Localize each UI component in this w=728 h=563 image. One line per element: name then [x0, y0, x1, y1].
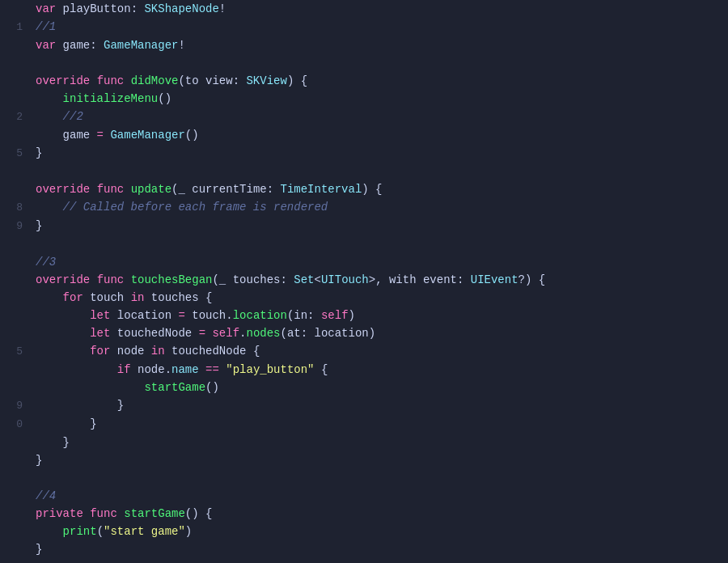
token [36, 129, 63, 142]
code-line: 2 //2 [0, 108, 728, 126]
line-content: // Called before each frame is rendered [36, 198, 728, 216]
token: } [36, 146, 42, 159]
token: = [192, 327, 212, 340]
line-content: //2 [36, 108, 728, 125]
code-line: override func didMove(to view: SKView) { [0, 72, 728, 90]
code-line: game = GameManager() [0, 126, 728, 144]
code-line: //4 [0, 487, 728, 505]
code-line [0, 469, 728, 487]
token: () [158, 92, 171, 105]
token: touch [192, 309, 226, 322]
token: touchedNode [117, 327, 192, 340]
token: in [151, 345, 171, 358]
line-content: override func didMove(to view: SKView) { [36, 72, 728, 90]
token: func [97, 183, 131, 196]
token: game [63, 129, 91, 142]
token: override [36, 273, 97, 286]
token: //3 [36, 256, 56, 269]
token: } [36, 543, 42, 556]
line-content: } [36, 451, 728, 469]
token: = [90, 129, 110, 142]
line-content: initializeMenu() [36, 90, 728, 108]
token: in [131, 291, 151, 304]
token: } [36, 417, 97, 430]
token: //4 [36, 489, 56, 502]
token: : [90, 39, 104, 52]
code-line: override func update(_ currentTime: Time… [0, 180, 728, 198]
line-content: //4 [36, 487, 728, 505]
token: () { [185, 507, 213, 520]
token [36, 525, 63, 538]
token: //2 [63, 110, 83, 123]
token: override [36, 183, 97, 196]
token: SKView [246, 74, 286, 87]
token: (_ currentTime: [171, 183, 280, 196]
token: func [97, 74, 131, 87]
token: . [165, 363, 171, 376]
code-editor: var playButton: SKShapeNode!1//1var game… [0, 0, 728, 563]
line-content: if node.name == "play_button" { [36, 361, 728, 379]
line-content: } [36, 540, 728, 558]
token: ?) { [518, 273, 546, 286]
token: (at: location) [281, 327, 376, 340]
code-line: override func touchesBegan(_ touches: Se… [0, 271, 728, 289]
token: var [36, 39, 63, 52]
token: for [90, 345, 117, 358]
line-content: } [36, 217, 728, 235]
token: node [138, 363, 165, 376]
code-line: 9} [0, 217, 728, 235]
token: ) [185, 525, 192, 538]
code-line: } [0, 540, 728, 558]
token: GameManager [110, 129, 184, 142]
code-line: } [0, 434, 728, 451]
token [36, 201, 63, 214]
token: Set [294, 273, 314, 286]
line-content: } [36, 415, 728, 433]
token: // Called before each frame is rendered [63, 201, 328, 214]
token: = [171, 309, 192, 322]
token [36, 327, 90, 340]
line-number: 5 [6, 145, 23, 163]
token: >, with event: [369, 273, 471, 286]
code-line: //3 [0, 253, 728, 271]
token: ! [178, 39, 184, 52]
line-content: } [36, 144, 728, 162]
line-content: var game: GameManager! [36, 36, 728, 54]
line-content [36, 54, 728, 72]
token: (in: [287, 309, 321, 322]
token: . [226, 309, 232, 322]
line-content: } [36, 396, 728, 414]
token: nodes [246, 327, 280, 340]
token: GameManager [104, 39, 178, 52]
token: for [63, 291, 91, 304]
line-content: let location = touch.location(in: self) [36, 307, 728, 324]
code-line: private func startGame() { [0, 505, 728, 523]
token: self [212, 327, 239, 340]
line-number: 9 [6, 218, 23, 235]
token: private [36, 507, 90, 520]
token: location [233, 309, 287, 322]
token: == [199, 363, 226, 376]
token [36, 345, 90, 358]
token: touches { [151, 291, 213, 304]
line-content: var playButton: SKShapeNode! [36, 0, 728, 18]
line-number: 9 [6, 397, 23, 415]
token: func [90, 507, 124, 520]
token: startGame [144, 381, 205, 394]
line-content [36, 235, 728, 253]
code-line: var playButton: SKShapeNode! [0, 0, 728, 18]
token: self [321, 309, 349, 322]
token: < [315, 273, 321, 286]
line-content: print("start game") [36, 523, 728, 540]
token [36, 110, 63, 123]
line-content: //3 [36, 253, 728, 271]
line-content: private func startGame() { [36, 505, 728, 523]
code-line: var game: GameManager! [0, 36, 728, 54]
token: (_ touches: [212, 273, 294, 286]
code-line: } [0, 451, 728, 469]
token: touchedNode { [171, 345, 260, 358]
code-line: initializeMenu() [0, 90, 728, 108]
token: ) { [287, 74, 307, 87]
token: "play_button" [226, 363, 314, 376]
token: touchesBegan [131, 273, 213, 286]
